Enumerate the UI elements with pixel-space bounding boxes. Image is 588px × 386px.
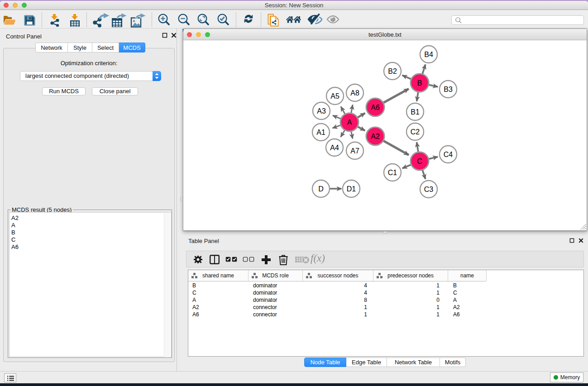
svg-text:C1: C1 xyxy=(388,169,397,176)
svg-text:C: C xyxy=(417,157,422,165)
svg-text:C2: C2 xyxy=(411,128,420,136)
svg-text:B4: B4 xyxy=(424,51,433,58)
svg-text:A1: A1 xyxy=(316,129,325,136)
svg-text:A7: A7 xyxy=(350,147,359,155)
svg-text:B: B xyxy=(417,79,422,87)
svg-text:A: A xyxy=(347,119,352,126)
svg-text:C4: C4 xyxy=(444,151,453,158)
svg-text:D1: D1 xyxy=(347,185,356,193)
svg-text:B3: B3 xyxy=(444,86,453,93)
svg-text:A6: A6 xyxy=(371,104,380,111)
svg-text:B2: B2 xyxy=(388,67,397,75)
svg-text:A8: A8 xyxy=(350,89,359,97)
svg-text:A5: A5 xyxy=(330,92,339,100)
svg-text:C3: C3 xyxy=(424,186,434,193)
svg-text:A3: A3 xyxy=(317,107,326,115)
svg-text:A4: A4 xyxy=(330,144,339,152)
svg-text:A2: A2 xyxy=(371,133,380,140)
svg-text:B1: B1 xyxy=(411,108,420,116)
svg-text:D: D xyxy=(318,185,324,193)
